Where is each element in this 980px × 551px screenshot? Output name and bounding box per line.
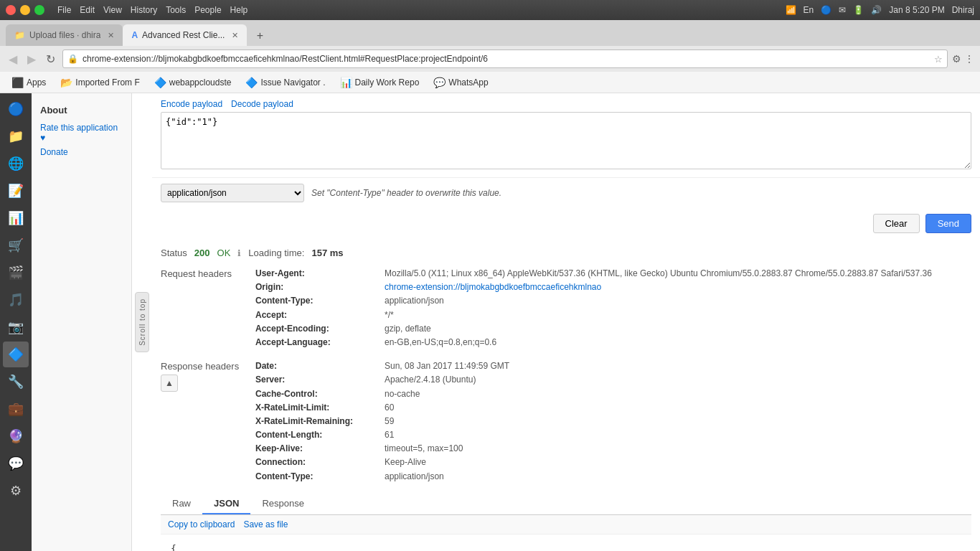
sidebar-icon-10[interactable]: 🔧 [3, 369, 29, 395]
resp-header-row-1: Server: Apache/2.4.18 (Ubuntu) [255, 373, 971, 387]
sidebar-rate-link[interactable]: Rate this application ♥ [40, 121, 123, 144]
request-header-row-2: Content-Type: application/json [255, 294, 971, 308]
mail-icon: ✉ [839, 5, 846, 15]
scroll-to-top-text: Scroll to top [136, 293, 149, 352]
daily-work-icon: 📊 [340, 77, 352, 88]
imported-label: Imported From F [75, 77, 139, 88]
browser-chrome: 📁 Upload files · dhira ✕ A Advanced Rest… [0, 20, 980, 93]
save-as-file-link[interactable]: Save as file [243, 519, 288, 529]
chrome-menu-icon[interactable]: ⋮ [964, 53, 974, 65]
sidebar-icon-4[interactable]: 📊 [3, 205, 29, 231]
send-button[interactable]: Send [925, 214, 971, 233]
sidebar-icon-6[interactable]: 🎬 [3, 260, 29, 286]
request-body-textarea[interactable]: {"id":"1"} [161, 112, 971, 169]
tab2-close[interactable]: ✕ [232, 31, 238, 40]
issue-nav-label: Issue Navigator . [260, 77, 325, 88]
bookmark-webappcloud[interactable]: 🔷 webappcloudste [149, 75, 237, 90]
collapse-headers-btn[interactable]: ▲ [161, 375, 178, 392]
sidebar-icon-7[interactable]: 🎵 [3, 287, 29, 313]
menu-history[interactable]: History [131, 5, 157, 15]
sidebar-icon-1[interactable]: 📁 [3, 123, 29, 149]
tab1-icon: 📁 [14, 30, 25, 40]
request-header-row-1: Origin: chrome-extension://bljmokabgbdko… [255, 281, 971, 294]
resp-header-row-5: Content-Length: 61 [255, 428, 971, 442]
forward-button[interactable]: ▶ [24, 51, 39, 67]
lock-icon: 🔒 [67, 54, 78, 64]
new-tab-button[interactable]: + [250, 26, 270, 46]
sidebar-icon-3[interactable]: 📝 [3, 178, 29, 204]
response-headers-table: Date: Sun, 08 Jan 2017 11:49:59 GMT Serv… [255, 359, 971, 484]
menu-view[interactable]: View [103, 5, 122, 15]
request-header-row-4: Accept-Encoding: gzip, deflate [255, 322, 971, 336]
tab1-close[interactable]: ✕ [108, 31, 114, 40]
sidebar-icon-5[interactable]: 🛒 [3, 232, 29, 258]
tab-response[interactable]: Response [250, 494, 316, 514]
window-max-btn[interactable] [34, 5, 44, 15]
sidebar-donate-link[interactable]: Donate [40, 146, 123, 159]
back-button[interactable]: ◀ [6, 51, 20, 67]
sidebar-icon-14[interactable]: ⚙ [3, 478, 29, 504]
bookmark-whatsapp[interactable]: 💬 WhatsApp [428, 75, 494, 90]
tab-json[interactable]: JSON [202, 494, 250, 514]
rh-val-1[interactable]: chrome-extension://bljmokabgbdkoefbmccae… [385, 281, 601, 294]
clear-button[interactable]: Clear [873, 214, 920, 233]
sidebar-icon-0[interactable]: 🔵 [3, 96, 29, 122]
tab-raw[interactable]: Raw [161, 494, 202, 514]
apps-icon: ⬛ [11, 77, 24, 88]
request-headers-table: User-Agent: Mozilla/5.0 (X11; Linux x86_… [255, 267, 971, 349]
bookmark-star-icon[interactable]: ☆ [934, 54, 943, 65]
window-close-btn[interactable] [6, 5, 16, 15]
rsh-key-2: Cache-Control: [255, 387, 385, 401]
menu-tools[interactable]: Tools [166, 5, 186, 15]
sidebar-icon-12[interactable]: 🔮 [3, 423, 29, 449]
rsh-val-8: application/json [385, 470, 444, 484]
rsh-key-1: Server: [255, 373, 385, 387]
rsh-key-4: X-RateLimit-Remaining: [255, 415, 385, 428]
menu-edit[interactable]: Edit [80, 5, 95, 15]
sidebar-about: About [40, 105, 123, 116]
browser-tab-1[interactable]: 📁 Upload files · dhira ✕ [6, 24, 123, 46]
encode-payload-link[interactable]: Encode payload [161, 99, 222, 109]
sidebar-icon-11[interactable]: 💼 [3, 396, 29, 422]
app-sidebar: About Rate this application ♥ Donate [32, 93, 132, 551]
address-bar-input[interactable] [83, 54, 930, 64]
titlebar-left: File Edit View History Tools People Help [6, 5, 248, 15]
sidebar-icon-9[interactable]: 🔷 [3, 342, 29, 367]
rsh-key-3: X-RateLimit-Limit: [255, 401, 385, 415]
menu-help[interactable]: Help [230, 5, 248, 15]
payload-section: Encode payload Decode payload {"id":"1"} [152, 93, 980, 178]
datetime-display: Jan 8 5:20 PM [889, 5, 944, 15]
address-bar-container: 🔒 ☆ [62, 50, 948, 68]
reload-button[interactable]: ↻ [43, 51, 58, 67]
decode-payload-link[interactable]: Decode payload [231, 99, 293, 109]
sidebar-icon-2[interactable]: 🌐 [3, 151, 29, 176]
bookmark-issue-nav[interactable]: 🔷 Issue Navigator . [240, 75, 331, 90]
status-info-icon[interactable]: ℹ [237, 248, 241, 258]
content-type-select[interactable]: application/json text/plain application/… [161, 184, 304, 202]
rsh-val-2: no-cache [385, 387, 420, 401]
settings-icon[interactable]: ⚙ [952, 53, 961, 65]
rsh-val-3: 60 [385, 401, 394, 415]
rsh-val-4: 59 [385, 415, 394, 428]
battery-icon: 🔋 [853, 5, 864, 15]
resp-header-row-4: X-RateLimit-Remaining: 59 [255, 415, 971, 428]
apps-label: Apps [27, 77, 46, 88]
window-min-btn[interactable] [20, 5, 30, 15]
browser-tab-2[interactable]: A Advanced Rest Clie... ✕ [123, 24, 247, 46]
bookmark-apps[interactable]: ⬛ Apps [6, 75, 52, 90]
sidebar-icon-13[interactable]: 💬 [3, 451, 29, 476]
request-headers-label: Request headers [161, 267, 247, 349]
rh-val-2: application/json [385, 294, 444, 308]
scroll-to-top-indicator[interactable]: Scroll to top [135, 292, 149, 352]
sidebar-icon-8[interactable]: 📷 [3, 314, 29, 340]
content-area: Encode payload Decode payload {"id":"1"}… [152, 93, 980, 551]
status-label: Status [161, 248, 187, 258]
menu-people[interactable]: People [194, 5, 221, 15]
menu-file[interactable]: File [57, 5, 71, 15]
bookmark-imported[interactable]: 📂 Imported From F [55, 75, 145, 90]
copy-to-clipboard-link[interactable]: Copy to clipboard [168, 519, 235, 529]
rh-val-0: Mozilla/5.0 (X11; Linux x86_64) AppleWeb… [385, 267, 932, 281]
json-response-body: { error : false message : "Mail arcived … [161, 534, 971, 551]
bookmark-daily-work[interactable]: 📊 Daily Work Repo [334, 75, 425, 90]
response-headers-content: Date: Sun, 08 Jan 2017 11:49:59 GMT Serv… [255, 359, 971, 484]
